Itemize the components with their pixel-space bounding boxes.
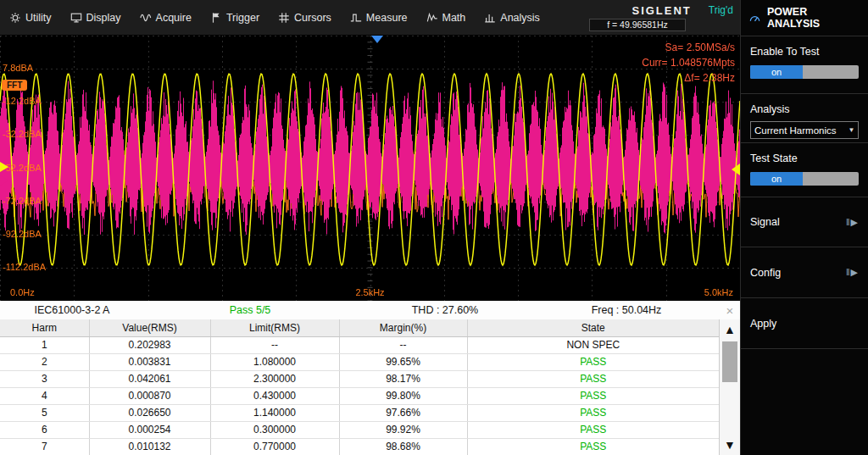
menu-item-display[interactable]: Display (61, 0, 131, 35)
column-header: Margin(%) (339, 319, 467, 336)
trigger-position-marker[interactable] (371, 36, 383, 43)
menu-item-math[interactable]: Math (417, 0, 476, 35)
menu-item-label: Display (86, 12, 121, 24)
results-status-bar: IEC61000-3-2 A Pass 5/5 THD : 27.60% Fre… (0, 301, 740, 319)
state-cell: PASS (467, 421, 719, 438)
value-cell: 97.66% (339, 404, 467, 421)
value-cell: 1.140000 (210, 404, 339, 421)
freq-readout: Freq : 50.04Hz (534, 304, 719, 316)
value-cell: 2 (0, 353, 89, 370)
table-row: 50.0266501.14000097.66%PASS (0, 404, 719, 421)
menu-item-measure[interactable]: Measure (341, 0, 417, 35)
menu-item-utility[interactable]: Utility (0, 0, 61, 35)
trigger-level-marker[interactable] (732, 164, 740, 175)
analysis-dropdown[interactable]: Current Harmonics ▼ (750, 121, 859, 139)
sample-rate-readout: Sa= 2.50MSa/s (642, 40, 735, 55)
standard-label: IEC61000-3-2 A (0, 304, 144, 316)
scroll-thumb[interactable] (722, 341, 737, 382)
test-state-label: Test State (750, 153, 859, 164)
menu-item-acquire[interactable]: Acquire (131, 0, 201, 35)
analysis-label: Analysis (750, 103, 859, 115)
measure-icon (350, 12, 362, 24)
results-table-body: 10.202983----NON SPEC20.0038311.08000099… (0, 336, 719, 455)
value-cell: 6 (0, 421, 89, 438)
value-cell: 0.300000 (210, 421, 339, 438)
close-icon[interactable]: × (720, 303, 740, 318)
value-cell: 0.003831 (89, 353, 210, 370)
value-cell: 99.80% (339, 387, 467, 404)
trigger-status: Trig'd (709, 4, 733, 16)
analysis-selected-value: Current Harmonics (751, 125, 845, 136)
enable-to-test-section: Enable To Test on (741, 36, 868, 93)
table-row: 30.0420612.30000098.17%PASS (0, 370, 719, 387)
waveform-canvas[interactable] (0, 36, 740, 301)
apply-button[interactable]: Apply (741, 297, 868, 348)
column-header: Value(RMS) (89, 319, 210, 336)
value-cell: 2.300000 (210, 370, 339, 387)
cursors-icon (278, 12, 290, 24)
column-header: Harm (0, 319, 89, 336)
state-cell: PASS (467, 370, 719, 387)
signal-menu-item[interactable]: Signal ‖▶ (741, 197, 868, 247)
panel-filler (741, 348, 868, 455)
acquire-icon (140, 12, 152, 24)
scroll-track[interactable] (720, 340, 740, 435)
value-cell: -- (210, 336, 339, 353)
menu-items: UtilityDisplayAcquireTriggerCursorsMeasu… (0, 0, 549, 35)
menu-item-label: Trigger (226, 12, 259, 24)
table-row: 60.0002540.30000099.92%PASS (0, 421, 719, 438)
toggle-off-segment (803, 172, 859, 186)
column-header: State (467, 319, 719, 336)
column-header: Limit(RMS) (210, 319, 339, 336)
results-table-head-row: HarmValue(RMS)Limit(RMS)Margin(%)State (0, 319, 719, 336)
panel-title: POWER ANALYSIS (767, 6, 860, 30)
display-icon (70, 12, 82, 24)
harmonics-table: HarmValue(RMS)Limit(RMS)Margin(%)State 1… (0, 319, 719, 455)
enable-to-test-toggle[interactable]: on (750, 65, 859, 79)
menu-item-label: Cursors (294, 12, 331, 24)
value-cell: -- (339, 336, 467, 353)
channel2-position-marker[interactable] (0, 175, 8, 186)
value-cell: 3 (0, 370, 89, 387)
menu-item-label: Utility (25, 12, 52, 24)
power-analysis-icon (748, 12, 761, 25)
expand-icon: ‖▶ (846, 217, 859, 228)
value-cell: 98.68% (339, 438, 467, 455)
value-cell: 99.65% (339, 353, 467, 370)
value-cell: 0.000870 (89, 387, 210, 404)
signal-label: Signal (750, 216, 780, 228)
fft-badge[interactable]: FFT (2, 80, 27, 91)
state-cell: PASS (467, 404, 719, 421)
oscilloscope-screen: UtilityDisplayAcquireTriggerCursorsMeasu… (0, 0, 868, 455)
scroll-down-button[interactable]: ▼ (720, 435, 740, 455)
config-menu-item[interactable]: Config ‖▶ (741, 247, 868, 297)
state-cell: PASS (467, 353, 719, 370)
test-state-section: Test State on (741, 142, 868, 197)
acquisition-info: Sa= 2.50MSa/sCurr= 1.048576MptsΔf= 2.38H… (642, 40, 735, 86)
value-cell: 0.202983 (89, 336, 210, 353)
value-cell: 7 (0, 438, 89, 455)
toggle-off-segment (803, 65, 859, 79)
enable-to-test-label: Enable To Test (750, 46, 859, 58)
value-cell: 99.92% (339, 421, 467, 438)
waveform-display: 7.8dBA-12.2dBA-32.2dBA-52.2dBA-72.2dBA-9… (0, 36, 740, 301)
apply-label: Apply (750, 318, 776, 330)
value-cell: 0.042061 (89, 370, 210, 387)
value-cell: 1 (0, 336, 89, 353)
menu-item-analysis[interactable]: Analysis (475, 0, 549, 35)
expand-icon: ‖▶ (846, 267, 859, 278)
menu-item-label: Acquire (156, 12, 192, 24)
value-cell: 0.010132 (89, 438, 210, 455)
panel-header: POWER ANALYSIS (741, 0, 868, 36)
menu-item-trigger[interactable]: Trigger (201, 0, 269, 35)
channel1-position-marker[interactable] (0, 162, 8, 172)
menu-item-cursors[interactable]: Cursors (269, 0, 341, 35)
memory-depth-readout: Curr= 1.048576Mpts (642, 55, 735, 70)
math-icon (426, 12, 438, 24)
top-menubar: UtilityDisplayAcquireTriggerCursorsMeasu… (0, 0, 740, 36)
test-state-toggle[interactable]: on (750, 172, 859, 186)
value-cell: 1.080000 (210, 353, 339, 370)
scroll-up-button[interactable]: ▲ (720, 319, 740, 340)
menu-item-label: Analysis (500, 12, 540, 24)
siglent-logo: SIGLENT (632, 4, 691, 17)
